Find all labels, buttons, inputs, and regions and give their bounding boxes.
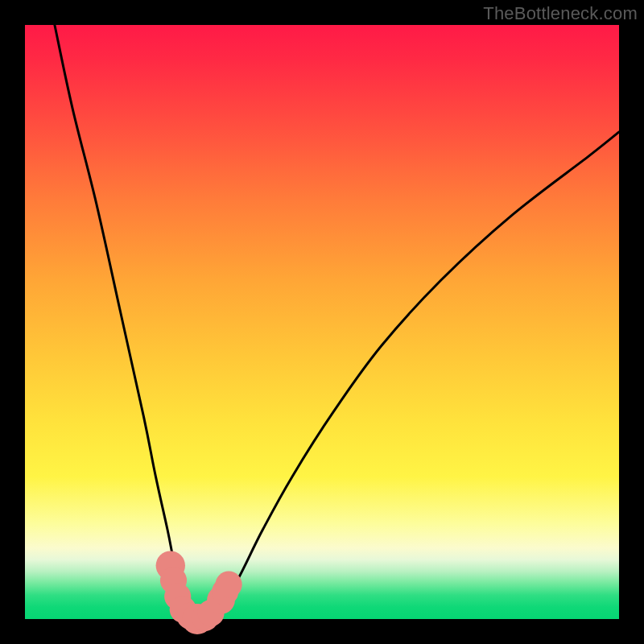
chart-plot-area: [25, 25, 619, 619]
watermark-text: TheBottleneck.com: [483, 3, 638, 24]
curve-path: [55, 25, 619, 620]
marker-group: [156, 551, 242, 634]
curve-marker: [216, 572, 242, 598]
chart-svg: [25, 25, 619, 619]
bottleneck-curve: [55, 25, 619, 620]
chart-frame: TheBottleneck.com: [0, 0, 644, 644]
